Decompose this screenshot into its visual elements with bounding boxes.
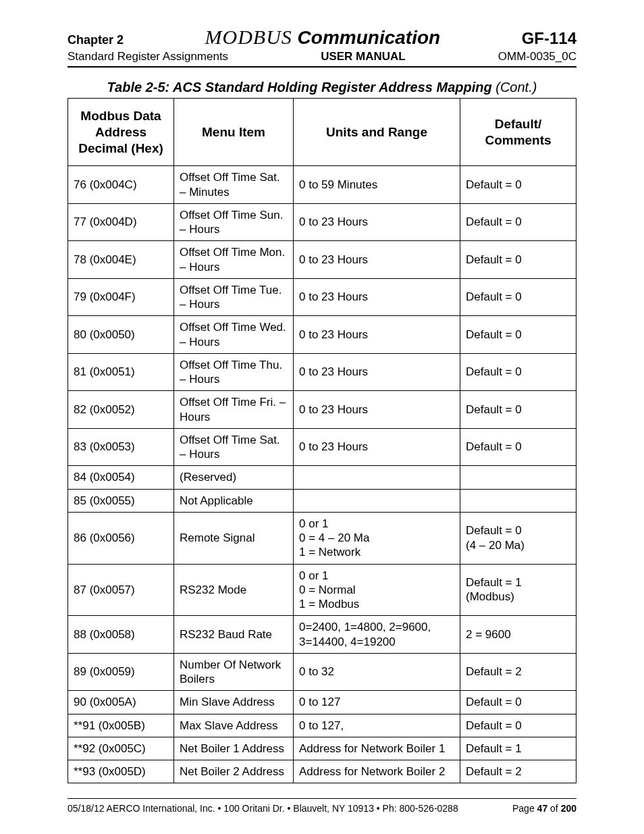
caption-main: Table 2-5: ACS Standard Holding Register… <box>107 80 492 95</box>
footer-page-of: of <box>547 803 560 814</box>
cell-address: 88 (0x0058) <box>68 616 174 654</box>
table-row: **93 (0x005D)Net Boiler 2 AddressAddress… <box>68 760 576 783</box>
cell-units-range: 0 or 1 0 = 4 – 20 Ma 1 = Network <box>294 512 460 564</box>
title-communication: Communication <box>292 27 440 48</box>
cell-default: Default = 0 <box>460 428 576 466</box>
cell-menu-item: RS232 Mode <box>174 564 294 616</box>
col1-l3: Decimal (Hex) <box>78 141 163 155</box>
table-row: **91 (0x005B)Max Slave Address0 to 127,D… <box>68 714 576 737</box>
cell-default: Default = 0 <box>460 166 576 204</box>
table-row: 89 (0x0059)Number Of Network Boilers0 to… <box>68 653 576 691</box>
cell-units-range: 0 to 127, <box>294 714 460 737</box>
table-row: 86 (0x0056)Remote Signal0 or 1 0 = 4 – 2… <box>68 512 576 564</box>
cell-default: Default = 1 <box>460 737 576 760</box>
cell-default: Default = 0 <box>460 353 576 391</box>
table-row: 82 (0x0052)Offset Off Time Fri. – Hours0… <box>68 391 576 429</box>
cell-menu-item: Offset Off Time Tue. – Hours <box>174 278 294 316</box>
cell-menu-item: Offset Off Time Mon. – Hours <box>174 241 294 279</box>
cell-units-range: 0 to 23 Hours <box>294 278 460 316</box>
cell-menu-item: (Reserved) <box>174 466 294 489</box>
caption-cont: (Cont.) <box>492 80 537 95</box>
table-row: 77 (0x004D)Offset Off Time Sun. – Hours0… <box>68 203 576 241</box>
cell-menu-item: Offset Off Time Wed. – Hours <box>174 316 294 354</box>
cell-units-range: 0 to 23 Hours <box>294 316 460 354</box>
chapter-label: Chapter 2 <box>68 33 124 47</box>
cell-address: 77 (0x004D) <box>68 203 174 241</box>
footer-page: Page 47 of 200 <box>512 803 576 814</box>
cell-units-range: 0 to 23 Hours <box>294 353 460 391</box>
cell-address: **91 (0x005B) <box>68 714 174 737</box>
cell-address: **93 (0x005D) <box>68 760 174 783</box>
col4-l1: Default/ <box>495 117 542 131</box>
header-row-1: Chapter 2 MODBUS Communication GF-114 <box>68 26 576 49</box>
table-row: 78 (0x004E)Offset Off Time Mon. – Hours0… <box>68 241 576 279</box>
cell-address: 84 (0x0054) <box>68 466 174 489</box>
cell-address: 86 (0x0056) <box>68 512 174 564</box>
cell-units-range: 0=2400, 1=4800, 2=9600, 3=14400, 4=19200 <box>294 616 460 654</box>
table-row: 81 (0x0051)Offset Off Time Thu. – Hours0… <box>68 353 576 391</box>
subtitle-left: Standard Register Assignments <box>68 50 228 63</box>
cell-menu-item: Remote Signal <box>174 512 294 564</box>
cell-address: 82 (0x0052) <box>68 391 174 429</box>
cell-menu-item: Offset Off Time Thu. – Hours <box>174 353 294 391</box>
subtitle-right: OMM-0035_0C <box>498 50 576 63</box>
cell-default: Default = 0 <box>460 316 576 354</box>
cell-units-range: Address for Network Boiler 2 <box>294 760 460 783</box>
cell-address: 87 (0x0057) <box>68 564 174 616</box>
table-row: 80 (0x0050)Offset Off Time Wed. – Hours0… <box>68 316 576 354</box>
cell-default: 2 = 9600 <box>460 616 576 654</box>
col-header-menu: Menu Item <box>174 99 294 166</box>
cell-address: 78 (0x004E) <box>68 241 174 279</box>
page-footer: 05/18/12 AERCO International, Inc. • 100… <box>68 798 576 814</box>
cell-menu-item: Offset Off Time Sat. – Hours <box>174 428 294 466</box>
cell-units-range: 0 to 32 <box>294 653 460 691</box>
cell-default: Default = 2 <box>460 760 576 783</box>
cell-units-range: 0 to 23 Hours <box>294 391 460 429</box>
cell-address: 89 (0x0059) <box>68 653 174 691</box>
cell-default: Default = 0 <box>460 203 576 241</box>
col-header-default: Default/ Comments <box>460 99 576 166</box>
cell-units-range: 0 to 23 Hours <box>294 203 460 241</box>
subtitle-center: USER MANUAL <box>321 50 406 63</box>
cell-address: 90 (0x005A) <box>68 691 174 714</box>
doc-title: MODBUS Communication <box>205 26 441 49</box>
header-row-2: Standard Register Assignments USER MANUA… <box>68 50 576 63</box>
cell-default: Default = 1 (Modbus) <box>460 564 576 616</box>
cell-menu-item: Not Applicable <box>174 489 294 512</box>
cell-units-range <box>294 466 460 489</box>
cell-menu-item: Number Of Network Boilers <box>174 653 294 691</box>
footer-left: 05/18/12 AERCO International, Inc. • 100… <box>68 803 458 814</box>
table-row: **92 (0x005C)Net Boiler 1 AddressAddress… <box>68 737 576 760</box>
cell-address: 81 (0x0051) <box>68 353 174 391</box>
cell-address: 80 (0x0050) <box>68 316 174 354</box>
table-row: 83 (0x0053)Offset Off Time Sat. – Hours0… <box>68 428 576 466</box>
cell-default: Default = 0 (4 – 20 Ma) <box>460 512 576 564</box>
cell-menu-item: Min Slave Address <box>174 691 294 714</box>
cell-menu-item: Max Slave Address <box>174 714 294 737</box>
footer-page-prefix: Page <box>512 803 537 814</box>
header-rule <box>68 66 576 68</box>
cell-default <box>460 489 576 512</box>
col1-l1: Modbus Data <box>80 109 161 123</box>
cell-address: 85 (0x0055) <box>68 489 174 512</box>
cell-menu-item: Offset Off Time Sat. – Minutes <box>174 166 294 204</box>
table-header-row: Modbus Data Address Decimal (Hex) Menu I… <box>68 99 576 166</box>
table-row: 84 (0x0054)(Reserved) <box>68 466 576 489</box>
cell-menu-item: Net Boiler 1 Address <box>174 737 294 760</box>
cell-menu-item: Offset Off Time Fri. – Hours <box>174 391 294 429</box>
cell-default: Default = 0 <box>460 714 576 737</box>
table-row: 88 (0x0058)RS232 Baud Rate0=2400, 1=4800… <box>68 616 576 654</box>
cell-default: Default = 0 <box>460 391 576 429</box>
table-row: 90 (0x005A)Min Slave Address0 to 127Defa… <box>68 691 576 714</box>
table-row: 85 (0x0055)Not Applicable <box>68 489 576 512</box>
cell-units-range: 0 to 127 <box>294 691 460 714</box>
footer-page-num: 47 <box>537 803 548 814</box>
col4-l2: Comments <box>485 133 551 147</box>
cell-units-range: 0 or 1 0 = Normal 1 = Modbus <box>294 564 460 616</box>
cell-units-range <box>294 489 460 512</box>
cell-default: Default = 0 <box>460 278 576 316</box>
table-row: 76 (0x004C)Offset Off Time Sat. – Minute… <box>68 166 576 204</box>
table-row: 87 (0x0057)RS232 Mode0 or 1 0 = Normal 1… <box>68 564 576 616</box>
cell-units-range: Address for Network Boiler 1 <box>294 737 460 760</box>
cell-units-range: 0 to 23 Hours <box>294 241 460 279</box>
